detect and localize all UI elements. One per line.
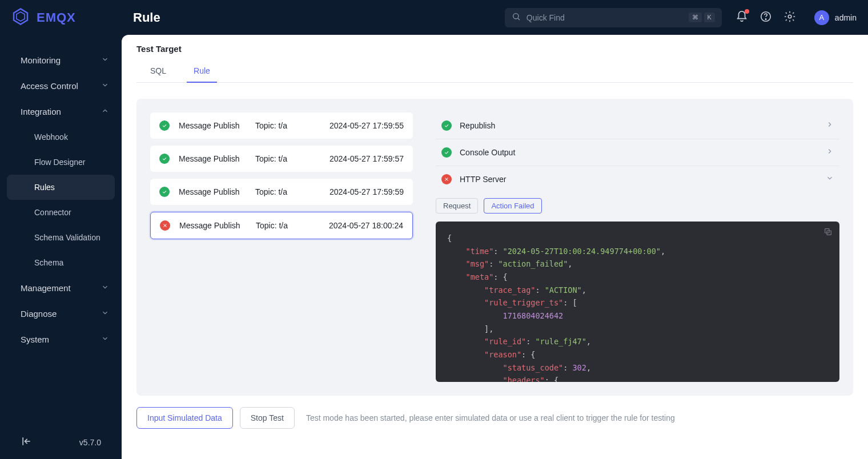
action-row-http-server[interactable]: HTTP Server (436, 166, 839, 192)
sidebar-group-label: System (21, 335, 49, 344)
code-line: { (447, 232, 828, 245)
kbd-hint: ⌘ K (689, 13, 715, 22)
quick-find[interactable]: ⌘ K (505, 8, 722, 27)
sidebar-item-label: Rules (34, 183, 55, 192)
action-row-console-output[interactable]: Console Output (436, 139, 839, 166)
code-line: "headers": { (447, 374, 828, 382)
success-status-icon (159, 187, 170, 197)
search-input[interactable] (527, 13, 683, 22)
tab-sql[interactable]: SQL (136, 59, 180, 82)
panel-title: Test Target (136, 35, 853, 59)
version-label: v5.7.0 (79, 438, 101, 447)
brand-block[interactable]: EMQX (11, 7, 122, 28)
chevron-down-icon (101, 55, 109, 65)
sidebar-group-label: Integration (21, 107, 61, 116)
code-line: "rule_trigger_ts": [ (447, 296, 828, 309)
request-tab-request[interactable]: Request (436, 198, 478, 214)
code-line: "msg": "action_failed", (447, 257, 828, 271)
help-icon[interactable] (760, 10, 772, 25)
app-header: EMQX Rule ⌘ K A admin (0, 0, 868, 35)
sidebar-item-label: Connector (34, 208, 71, 217)
event-time: 2024-05-27 17:59:59 (311, 187, 404, 196)
tab-rule[interactable]: Rule (180, 59, 224, 82)
sidebar: MonitoringAccess ControlIntegrationWebho… (0, 35, 122, 459)
sidebar-group-system[interactable]: System (0, 327, 122, 352)
gear-icon[interactable] (783, 10, 796, 25)
error-status-icon (441, 174, 452, 184)
notification-dot (745, 9, 749, 14)
collapse-sidebar-icon[interactable] (21, 436, 32, 449)
event-topic: Topic: t/a (255, 154, 302, 163)
chevron-down-icon (101, 81, 109, 91)
event-topic: Topic: t/a (255, 187, 302, 196)
code-line: "time": "2024-05-27T10:00:24.949774+00:0… (447, 245, 828, 258)
chevron-right-icon (826, 147, 834, 158)
code-line: "meta": { (447, 271, 828, 284)
sidebar-group-label: Diagnose (21, 309, 57, 319)
copy-icon[interactable] (823, 227, 833, 240)
sidebar-item-connector[interactable]: Connector (0, 200, 122, 225)
sidebar-item-schema[interactable]: Schema (0, 250, 122, 275)
sidebar-item-flow-designer[interactable]: Flow Designer (0, 150, 122, 175)
chevron-down-icon (101, 335, 109, 344)
event-row[interactable]: Message PublishTopic: t/a2024-05-27 17:5… (150, 146, 413, 172)
stop-test-button[interactable]: Stop Test (240, 407, 295, 429)
error-status-icon (160, 220, 170, 231)
user-menu[interactable]: A admin (814, 10, 857, 25)
code-block: { "time": "2024-05-27T10:00:24.949774+00… (436, 222, 839, 382)
sidebar-group-management[interactable]: Management (0, 275, 122, 301)
search-icon (512, 12, 521, 23)
brand-text: EMQX (37, 10, 76, 25)
event-row[interactable]: Message PublishTopic: t/a2024-05-27 17:5… (150, 179, 413, 205)
test-target-tabs: SQLRule (136, 59, 853, 83)
sidebar-item-rules[interactable]: Rules (7, 175, 115, 200)
action-label: Console Output (460, 148, 818, 157)
username: admin (835, 13, 857, 22)
sidebar-group-access-control[interactable]: Access Control (0, 73, 122, 99)
chevron-up-icon (101, 107, 109, 116)
success-status-icon (441, 120, 452, 131)
sidebar-group-label: Access Control (21, 81, 78, 91)
code-line: 1716804024642 (447, 309, 828, 323)
svg-line-3 (518, 18, 520, 20)
event-list: Message PublishTopic: t/a2024-05-27 17:5… (150, 112, 413, 382)
code-line: "status_code": 302, (447, 361, 828, 375)
success-status-icon (159, 154, 170, 164)
code-line: ], (447, 323, 828, 336)
action-label: Republish (460, 121, 818, 130)
sidebar-group-integration[interactable]: Integration (0, 99, 122, 124)
svg-point-5 (765, 18, 766, 19)
event-name: Message Publish (179, 221, 247, 230)
footer-bar: Input Simulated Data Stop Test Test mode… (136, 396, 853, 429)
main-content: Test Target SQLRule Message PublishTopic… (122, 35, 868, 459)
action-panel: RepublishConsole OutputHTTP Server Reque… (436, 112, 839, 382)
request-tab-action-failed[interactable]: Action Failed (484, 198, 541, 214)
sidebar-group-monitoring[interactable]: Monitoring (0, 47, 122, 73)
sidebar-item-webhook[interactable]: Webhook (0, 124, 122, 150)
svg-point-6 (788, 15, 791, 18)
event-name: Message Publish (179, 154, 246, 163)
success-status-icon (441, 147, 452, 158)
logo-icon (11, 7, 30, 28)
sidebar-group-label: Monitoring (21, 55, 61, 65)
code-line: "rule_id": "rule_fj47", (447, 335, 828, 348)
event-time: 2024-05-27 18:00:24 (312, 221, 403, 230)
input-simulated-data-button[interactable]: Input Simulated Data (136, 407, 233, 429)
svg-marker-0 (14, 9, 27, 24)
success-status-icon (159, 120, 170, 131)
chevron-down-icon (826, 174, 834, 184)
sidebar-item-schema-validation[interactable]: Schema Validation (0, 225, 122, 250)
event-name: Message Publish (179, 187, 246, 196)
action-label: HTTP Server (460, 175, 818, 184)
code-line: "reason": { (447, 348, 828, 361)
bell-icon[interactable] (736, 10, 748, 25)
sidebar-group-diagnose[interactable]: Diagnose (0, 301, 122, 327)
sidebar-item-label: Webhook (34, 132, 68, 142)
request-tabs: RequestAction Failed (436, 198, 839, 214)
sidebar-item-label: Schema (34, 258, 63, 267)
sidebar-item-label: Flow Designer (34, 158, 85, 167)
action-row-republish[interactable]: Republish (436, 112, 839, 139)
event-name: Message Publish (179, 121, 246, 130)
event-row[interactable]: Message PublishTopic: t/a2024-05-27 17:5… (150, 112, 413, 139)
event-row[interactable]: Message PublishTopic: t/a2024-05-27 18:0… (150, 212, 413, 239)
